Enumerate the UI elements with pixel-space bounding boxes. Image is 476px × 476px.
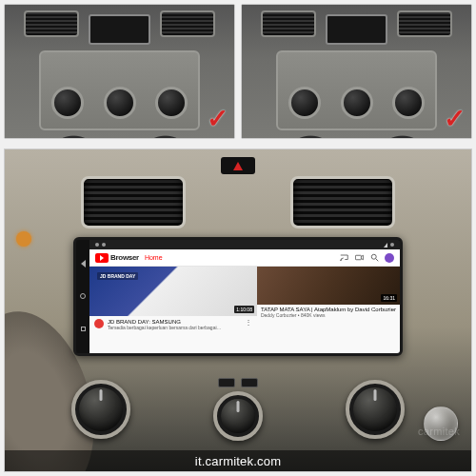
fan-speed-knob: [213, 391, 263, 441]
android-nav-bar: [76, 240, 89, 353]
check-icon: ✓: [444, 103, 466, 134]
compare-panel-right: ✓: [241, 4, 472, 139]
youtube-header: Browser Home: [89, 249, 400, 267]
youtube-feed[interactable]: JD BRAND DAY 1:10:08 JD BRAND DAY: SAMSU…: [89, 267, 400, 353]
comparison-row: ✓ ✓: [0, 0, 476, 143]
svg-rect-0: [355, 255, 361, 260]
mode-knob: [346, 380, 405, 439]
nav-recent-button[interactable]: [79, 326, 87, 333]
svg-line-2: [375, 259, 378, 262]
ac-button: [218, 378, 235, 387]
video-subtitle: Deddy Corbuzier • 840K views: [261, 312, 396, 318]
air-vent-right: [290, 176, 395, 228]
video-thumbnail[interactable]: JD BRAND DAY 1:10:08: [89, 267, 257, 316]
search-icon[interactable]: [369, 253, 379, 263]
more-menu-icon[interactable]: ⋮: [245, 319, 252, 330]
climate-controls: [62, 367, 414, 452]
status-icon: [390, 243, 394, 247]
air-vent-left: [81, 176, 186, 228]
channel-avatar[interactable]: [94, 319, 104, 328]
android-head-unit: Browser Home JD BRAND DAY 1:10:08: [73, 237, 403, 356]
hazard-button-icon: [221, 157, 255, 174]
youtube-play-icon: [95, 253, 109, 263]
check-icon: ✓: [207, 103, 228, 134]
signal-icon: [384, 243, 387, 248]
recirculate-button: [241, 378, 258, 387]
youtube-wordmark: Browser: [110, 253, 139, 262]
duration-badge: 1:10:08: [234, 306, 254, 313]
temperature-knob: [71, 380, 130, 439]
account-avatar[interactable]: [385, 253, 394, 263]
youtube-logo[interactable]: Browser: [95, 253, 139, 263]
compare-panel-left: ✓: [4, 4, 235, 139]
video-thumbnail[interactable]: 16:31: [257, 267, 400, 305]
cast-icon[interactable]: [339, 253, 348, 263]
main-product-panel: Browser Home JD BRAND DAY 1:10:08: [4, 149, 472, 472]
duration-badge: 16:31: [381, 294, 397, 302]
notification-dot-icon: [102, 243, 106, 247]
footer-url: it.carmitek.com: [5, 450, 471, 471]
nav-back-button[interactable]: [79, 260, 87, 268]
video-card-side[interactable]: 16:31 TATAP MATA SAYA | AtapMaklum by Da…: [257, 267, 400, 353]
airbag-indicator-icon: [16, 231, 31, 247]
nav-home-button[interactable]: [79, 292, 87, 300]
svg-point-1: [371, 254, 376, 259]
notification-dot-icon: [95, 243, 99, 247]
video-subtitle: Tersedia berbagai keperluan bersama dari…: [108, 325, 241, 330]
magnifier-icon[interactable]: [424, 407, 458, 441]
thumbnail-badge: JD BRAND DAY: [97, 272, 138, 280]
android-status-bar: [89, 240, 400, 249]
tab-home[interactable]: Home: [145, 254, 163, 261]
video-card-main[interactable]: JD BRAND DAY 1:10:08 JD BRAND DAY: SAMSU…: [89, 267, 257, 353]
camera-icon[interactable]: [354, 253, 364, 263]
